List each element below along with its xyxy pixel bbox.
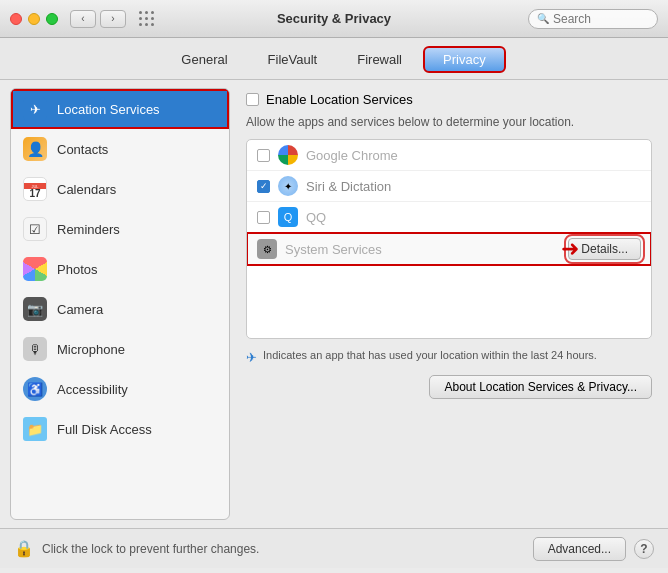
enable-location-checkbox[interactable] xyxy=(246,93,259,106)
minimize-button[interactable] xyxy=(28,13,40,25)
folder-icon: 📁 xyxy=(23,417,47,441)
tab-filevault[interactable]: FileVault xyxy=(249,47,337,72)
help-button[interactable]: ? xyxy=(634,539,654,559)
location-indicator-text: Indicates an app that has used your loca… xyxy=(263,349,597,361)
maximize-button[interactable] xyxy=(46,13,58,25)
app-row-chrome: Google Chrome xyxy=(247,140,651,171)
apps-grid-button[interactable] xyxy=(138,10,164,28)
microphone-icon-wrap: 🎙 xyxy=(21,335,49,363)
app-row-qq: Q QQ xyxy=(247,202,651,233)
sidebar-item-camera[interactable]: 📷 Camera xyxy=(11,289,229,329)
tab-general[interactable]: General xyxy=(162,47,246,72)
location-description: Allow the apps and services below to det… xyxy=(246,115,652,129)
chrome-icon xyxy=(278,145,298,165)
grid-dot xyxy=(151,23,154,26)
sidebar-item-full-disk-access[interactable]: 📁 Full Disk Access xyxy=(11,409,229,449)
sidebar-item-label: Reminders xyxy=(57,222,120,237)
forward-button[interactable]: › xyxy=(100,10,126,28)
advanced-button[interactable]: Advanced... xyxy=(533,537,626,561)
sidebar-item-photos[interactable]: Photos xyxy=(11,249,229,289)
sidebar-item-label: Microphone xyxy=(57,342,125,357)
grid-dot xyxy=(139,17,142,20)
sidebar-item-label: Camera xyxy=(57,302,103,317)
system-services-icon: ⚙ xyxy=(257,239,277,259)
sidebar-item-label: Accessibility xyxy=(57,382,128,397)
close-button[interactable] xyxy=(10,13,22,25)
reminders-icon: ☑ xyxy=(23,217,47,241)
qq-checkbox[interactable] xyxy=(257,211,270,224)
contacts-icon-wrap: 👤 xyxy=(21,135,49,163)
contacts-icon: 👤 xyxy=(23,137,47,161)
sidebar-item-label: Location Services xyxy=(57,102,160,117)
app-row-siri: ✦ Siri & Dictation xyxy=(247,171,651,202)
sidebar: ✈ Location Services 👤 Contacts JUL 17 Ca… xyxy=(10,88,230,520)
grid-dot xyxy=(145,11,148,14)
lock-icon[interactable]: 🔒 xyxy=(14,539,34,558)
siri-checkbox[interactable] xyxy=(257,180,270,193)
grid-dot xyxy=(145,17,148,20)
apps-list: Google Chrome ✦ Siri & Dictation Q QQ xyxy=(246,139,652,339)
chrome-checkbox[interactable] xyxy=(257,149,270,162)
microphone-icon: 🎙 xyxy=(23,337,47,361)
lock-area: 🔒 Click the lock to prevent further chan… xyxy=(14,539,533,558)
tab-bar: General FileVault Firewall Privacy xyxy=(0,38,668,80)
enable-location-label: Enable Location Services xyxy=(266,92,413,107)
sidebar-item-label: Contacts xyxy=(57,142,108,157)
full-disk-icon-wrap: 📁 xyxy=(21,415,49,443)
sidebar-item-contacts[interactable]: 👤 Contacts xyxy=(11,129,229,169)
main-content: ✈ Location Services 👤 Contacts JUL 17 Ca… xyxy=(0,80,668,528)
camera-icon: 📷 xyxy=(23,297,47,321)
lock-text: Click the lock to prevent further change… xyxy=(42,542,259,556)
sidebar-item-calendars[interactable]: JUL 17 Calendars xyxy=(11,169,229,209)
about-location-button[interactable]: About Location Services & Privacy... xyxy=(429,375,652,399)
red-arrow-icon: ➜ xyxy=(561,236,579,262)
bottom-buttons: Advanced... ? xyxy=(533,537,654,561)
siri-icon: ✦ xyxy=(278,176,298,196)
sidebar-item-label: Calendars xyxy=(57,182,116,197)
title-bar: ‹ › Security & Privacy 🔍 xyxy=(0,0,668,38)
grid-dot xyxy=(145,23,148,26)
calendars-icon: JUL 17 xyxy=(23,177,47,201)
location-icon: ✈ xyxy=(23,97,47,121)
search-box[interactable]: 🔍 xyxy=(528,9,658,29)
nav-buttons: ‹ › xyxy=(70,10,126,28)
right-panel: Enable Location Services Allow the apps … xyxy=(230,80,668,528)
system-icon: ⚙ xyxy=(257,239,277,259)
grid-dot xyxy=(151,17,154,20)
grid-dot xyxy=(151,11,154,14)
sidebar-item-label: Photos xyxy=(57,262,97,277)
window-title: Security & Privacy xyxy=(277,11,391,26)
sidebar-item-microphone[interactable]: 🎙 Microphone xyxy=(11,329,229,369)
photos-icon-wrap xyxy=(21,255,49,283)
photos-icon xyxy=(23,257,47,281)
back-button[interactable]: ‹ xyxy=(70,10,96,28)
location-services-icon-wrap: ✈ xyxy=(21,95,49,123)
search-icon: 🔍 xyxy=(537,13,549,24)
camera-icon-wrap: 📷 xyxy=(21,295,49,323)
chrome-app-name: Google Chrome xyxy=(306,148,641,163)
location-indicator: ✈ Indicates an app that has used your lo… xyxy=(246,349,652,365)
sidebar-item-label: Full Disk Access xyxy=(57,422,152,437)
grid-dot xyxy=(139,11,142,14)
tab-firewall[interactable]: Firewall xyxy=(338,47,421,72)
accessibility-icon: ♿ xyxy=(23,377,47,401)
search-input[interactable] xyxy=(553,12,649,26)
grid-dot xyxy=(139,23,142,26)
accessibility-icon-wrap: ♿ xyxy=(21,375,49,403)
sidebar-item-accessibility[interactable]: ♿ Accessibility xyxy=(11,369,229,409)
location-indicator-icon: ✈ xyxy=(246,350,257,365)
enable-row: Enable Location Services xyxy=(246,92,652,107)
sidebar-item-reminders[interactable]: ☑ Reminders xyxy=(11,209,229,249)
qq-app-name: QQ xyxy=(306,210,641,225)
calendars-icon-wrap: JUL 17 xyxy=(21,175,49,203)
tab-privacy[interactable]: Privacy xyxy=(423,46,506,73)
bottom-bar: 🔒 Click the lock to prevent further chan… xyxy=(0,528,668,568)
qq-icon: Q xyxy=(278,207,298,227)
app-row-system: ➜ ⚙ System Services Details... xyxy=(247,233,651,265)
sidebar-item-location-services[interactable]: ✈ Location Services xyxy=(11,89,229,129)
reminders-icon-wrap: ☑ xyxy=(21,215,49,243)
traffic-lights xyxy=(10,13,58,25)
siri-app-name: Siri & Dictation xyxy=(306,179,641,194)
system-app-name: System Services xyxy=(285,242,568,257)
red-arrow-annotation: ➜ xyxy=(561,236,581,262)
